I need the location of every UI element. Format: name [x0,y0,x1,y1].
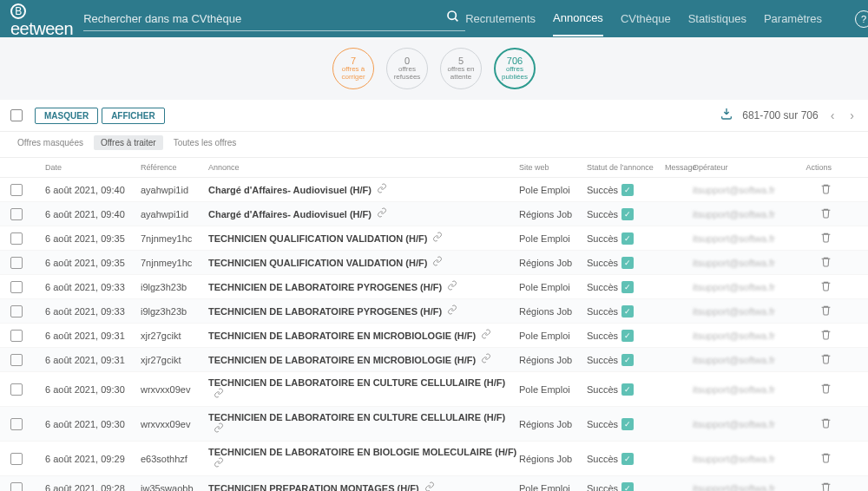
toolbar: MASQUER AFFICHER 681-700 sur 706 ‹ › [0,100,868,132]
delete-icon[interactable] [820,417,832,430]
cell-date: 6 août 2021, 09:40 [45,185,141,195]
help-icon[interactable]: ? [855,10,868,28]
filter-masquees[interactable]: Offres masquées [10,135,90,150]
row-checkbox[interactable] [10,305,23,318]
row-checkbox[interactable] [10,482,23,492]
cell-siteweb: Régions Job [519,355,587,365]
delete-icon[interactable] [820,329,832,342]
cell-statut: Succès ✓ [587,184,665,196]
cell-siteweb: Pole Emploi [519,185,587,195]
row-checkbox[interactable] [10,232,23,245]
cell-reference: xjr27gcikt [141,355,208,365]
search-icon[interactable] [446,10,460,27]
table-row[interactable]: 6 août 2021, 09:40 ayahwpi1id Chargé d'A… [0,202,868,226]
delete-icon[interactable] [820,183,832,196]
table-row[interactable]: 6 août 2021, 09:31 xjr27gcikt TECHNICIEN… [0,324,868,348]
link-icon[interactable] [481,353,491,366]
filter-traiter[interactable]: Offres à traiter [94,135,163,150]
row-checkbox[interactable] [10,418,23,430]
cell-operateur: itsupport@softwa.fr [693,483,788,492]
col-date[interactable]: Date [45,163,141,172]
success-check-icon: ✓ [621,281,634,293]
col-siteweb[interactable]: Site web [519,163,587,172]
row-checkbox[interactable] [10,330,23,342]
delete-icon[interactable] [820,452,832,465]
table-row[interactable]: 6 août 2021, 09:30 wrxvxx09ev TECHNICIEN… [0,372,868,407]
nav-statistiques[interactable]: Statistiques [688,2,746,36]
cell-reference: e63sothhzf [141,454,208,464]
link-icon[interactable] [214,457,224,470]
link-icon[interactable] [214,388,224,401]
row-checkbox[interactable] [10,281,23,293]
success-check-icon: ✓ [621,418,634,430]
table-row[interactable]: 6 août 2021, 09:33 i9lgz3h23b TECHNICIEN… [0,299,868,324]
cell-operateur: itsupport@softwa.fr [693,306,788,317]
success-check-icon: ✓ [621,383,634,396]
filter-toutes[interactable]: Toutes les offres [167,135,244,150]
link-icon[interactable] [447,280,457,293]
pagination-label: 681-700 sur 706 [742,109,818,121]
nav-recrutements[interactable]: Recrutements [465,2,536,36]
row-checkbox[interactable] [10,208,23,220]
search-input[interactable] [83,7,465,31]
nav-cvtheque[interactable]: CVthèque [621,2,671,36]
table-row[interactable]: 6 août 2021, 09:35 7njnmey1hc TECHNICIEN… [0,226,868,251]
masquer-button[interactable]: MASQUER [35,108,98,124]
table-row[interactable]: 6 août 2021, 09:29 e63sothhzf TECHNICIEN… [0,442,868,476]
col-statut[interactable]: Statut de l'annonce [587,163,665,172]
success-check-icon: ✓ [621,453,634,465]
cell-reference: xjr27gcikt [141,331,208,341]
delete-icon[interactable] [820,353,832,366]
row-checkbox[interactable] [10,257,23,269]
cell-operateur: itsupport@softwa.fr [693,282,788,292]
next-page-icon[interactable]: › [846,108,858,122]
nav-annonces[interactable]: Annonces [553,1,603,36]
stat-circle[interactable]: 7offres àcorriger [332,48,374,89]
link-icon[interactable] [432,232,443,245]
cell-annonce: Chargé d'Affaires- Audiovisuel (H/F) [208,207,519,220]
prev-page-icon[interactable]: ‹ [827,108,838,122]
table-row[interactable]: 6 août 2021, 09:28 iw35swaobb TECHNICIEN… [0,476,868,491]
table-row[interactable]: 6 août 2021, 09:35 7njnmey1hc TECHNICIEN… [0,251,868,275]
link-icon[interactable] [424,481,435,491]
cell-reference: wrxvxx09ev [141,384,208,395]
table-row[interactable]: 6 août 2021, 09:30 wrxvxx09ev TECHNICIEN… [0,407,868,442]
table-row[interactable]: 6 août 2021, 09:33 i9lgz3h23b TECHNICIEN… [0,275,868,299]
nav-parametres[interactable]: Paramètres [764,2,822,36]
link-icon[interactable] [447,304,457,318]
logo: Beetween [10,0,73,39]
link-icon[interactable] [481,329,491,342]
col-annonce[interactable]: Annonce [208,163,519,172]
link-icon[interactable] [377,183,387,196]
success-check-icon: ✓ [621,305,634,318]
cell-siteweb: Régions Job [519,419,587,429]
cell-operateur: itsupport@softwa.fr [693,185,788,195]
delete-icon[interactable] [820,304,832,318]
select-all-checkbox[interactable] [10,109,23,121]
col-operateur[interactable]: Opérateur [693,163,788,172]
download-icon[interactable] [720,107,733,124]
delete-icon[interactable] [820,280,832,293]
afficher-button[interactable]: AFFICHER [102,108,165,124]
table-row[interactable]: 6 août 2021, 09:31 xjr27gcikt TECHNICIEN… [0,348,868,372]
delete-icon[interactable] [820,232,832,245]
row-checkbox[interactable] [10,354,23,366]
cell-date: 6 août 2021, 09:40 [45,209,141,219]
link-icon[interactable] [214,422,224,435]
delete-icon[interactable] [820,256,832,269]
table-row[interactable]: 6 août 2021, 09:40 ayahwpi1id Chargé d'A… [0,178,868,202]
stat-circle[interactable]: 706offrespubliées [494,48,536,89]
delete-icon[interactable] [820,481,832,491]
stat-circle[interactable]: 0offresrefusées [386,48,428,89]
col-message[interactable]: Message [665,163,693,172]
stat-circle[interactable]: 5offres enattente [440,48,482,89]
row-checkbox[interactable] [10,453,23,465]
cell-date: 6 août 2021, 09:35 [45,258,141,268]
row-checkbox[interactable] [10,184,23,196]
col-reference[interactable]: Référence [141,163,208,172]
link-icon[interactable] [432,256,443,269]
delete-icon[interactable] [820,207,832,220]
delete-icon[interactable] [820,383,832,396]
link-icon[interactable] [377,207,387,220]
row-checkbox[interactable] [10,383,23,396]
